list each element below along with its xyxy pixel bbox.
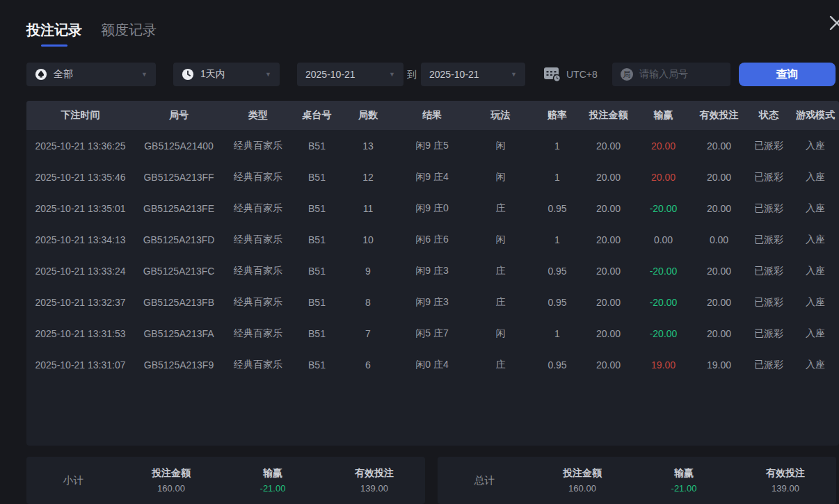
table-row: 2025-10-21 13:31:07GB5125A213F9经典百家乐B516… <box>26 349 839 380</box>
stat-label: 有效投注 <box>323 467 425 480</box>
cell-status: 已派彩 <box>746 202 792 215</box>
table-row: 2025-10-21 13:35:01GB5125A213FE经典百家乐B511… <box>26 193 839 224</box>
cell-round: 9 <box>341 266 395 277</box>
cell-play: 闲 <box>469 327 532 340</box>
cell-win_loss: 20.00 <box>634 172 692 183</box>
close-button[interactable] <box>828 14 839 32</box>
cell-time: 2025-10-21 13:31:07 <box>26 359 134 371</box>
tab-bet-records-label: 投注记录 <box>26 21 82 40</box>
cell-mode: 入座 <box>792 265 839 277</box>
cell-result: 闲9 庄5 <box>395 140 469 152</box>
cell-bet: 20.00 <box>582 297 634 308</box>
stat-value: 139.00 <box>323 483 425 494</box>
summary-stat: 有效投注139.00 <box>323 467 425 494</box>
cell-table_no: B51 <box>293 172 341 183</box>
cell-round_id: GB5125A213F9 <box>134 359 223 371</box>
calendar-clock-icon <box>543 65 561 84</box>
stat-label: 投注金额 <box>120 467 222 480</box>
cell-type: 经典百家乐 <box>223 265 293 277</box>
cell-result: 闲0 庄4 <box>395 359 469 371</box>
cell-valid: 20.00 <box>692 203 746 214</box>
cell-play: 闲 <box>469 234 532 246</box>
cell-table_no: B51 <box>293 328 341 339</box>
query-button[interactable]: 查询 <box>739 63 836 86</box>
game-type-select[interactable]: 全部 ▼ <box>26 63 156 86</box>
cell-play: 闲 <box>469 140 532 152</box>
time-range-value: 1天内 <box>200 68 225 81</box>
cell-round_id: GB5125A213FB <box>134 297 223 308</box>
cell-valid: 20.00 <box>692 328 746 339</box>
timezone-label: UTC+8 <box>566 69 598 80</box>
summary-stat: 输赢-21.00 <box>633 467 735 494</box>
cell-mode: 入座 <box>792 202 839 215</box>
cell-time: 2025-10-21 13:36:25 <box>26 140 134 152</box>
cell-status: 已派彩 <box>746 265 792 277</box>
cell-valid: 0.00 <box>692 234 746 245</box>
stat-value: 139.00 <box>735 483 836 494</box>
tab-bet-records[interactable]: 投注记录 <box>26 21 82 47</box>
cell-type: 经典百家乐 <box>223 140 293 152</box>
cell-result: 闲5 庄7 <box>395 327 469 340</box>
table-header-row: 下注时间局号类型桌台号局数结果玩法赔率投注金额输赢有效投注状态游戏模式 <box>26 101 839 130</box>
cell-status: 已派彩 <box>746 327 792 340</box>
filter-bar: 全部 ▼ 1天内 ▼ 2025-10-21 ▼ 到 2025-10-21 ▼ <box>0 63 839 86</box>
date-from-value: 2025-10-21 <box>305 69 355 80</box>
round-number-input[interactable]: 局 请输入局号 <box>612 63 730 86</box>
stat-label: 有效投注 <box>735 467 836 480</box>
column-header-win_loss: 输赢 <box>634 109 692 122</box>
cell-time: 2025-10-21 13:33:24 <box>26 266 134 277</box>
stat-value: -21.00 <box>222 483 323 494</box>
chevron-down-icon: ▼ <box>141 71 147 78</box>
cell-odds: 0.95 <box>532 266 582 277</box>
cell-bet: 20.00 <box>582 172 634 183</box>
column-header-odds: 赔率 <box>532 109 582 122</box>
summary-panel-subtotal: 小计投注金额160.00输赢-21.00有效投注139.00 <box>26 457 425 504</box>
summary-label-total: 总计 <box>438 474 532 487</box>
stat-label: 输赢 <box>222 467 323 480</box>
cell-round: 12 <box>341 172 395 183</box>
cell-type: 经典百家乐 <box>223 327 293 340</box>
cell-status: 已派彩 <box>746 140 792 152</box>
close-icon <box>828 14 839 32</box>
cell-result: 闲9 庄4 <box>395 171 469 184</box>
time-range-select[interactable]: 1天内 ▼ <box>173 63 280 86</box>
summary-stat: 输赢-21.00 <box>222 467 323 494</box>
cell-round: 13 <box>341 140 395 152</box>
date-to-value: 2025-10-21 <box>429 69 479 80</box>
column-header-round_id: 局号 <box>134 109 223 122</box>
cell-status: 已派彩 <box>746 296 792 309</box>
cell-round: 11 <box>341 203 395 214</box>
cell-win_loss: 20.00 <box>634 140 692 152</box>
cell-time: 2025-10-21 13:31:53 <box>26 328 134 339</box>
cell-round: 10 <box>341 234 395 245</box>
chevron-down-icon: ▼ <box>511 71 517 78</box>
cell-play: 庄 <box>469 359 532 371</box>
cell-odds: 0.95 <box>532 203 582 214</box>
active-tab-underline <box>41 44 67 47</box>
cell-table_no: B51 <box>293 359 341 371</box>
date-to-select[interactable]: 2025-10-21 ▼ <box>421 63 525 86</box>
cell-mode: 入座 <box>792 234 839 246</box>
cell-round_id: GB5125A21400 <box>134 140 223 152</box>
cell-odds: 1 <box>532 328 582 339</box>
column-header-round: 局数 <box>341 109 395 122</box>
column-header-status: 状态 <box>746 109 792 122</box>
cell-bet: 20.00 <box>582 266 634 277</box>
cell-result: 闲9 庄3 <box>395 265 469 277</box>
table-row: 2025-10-21 13:34:13GB5125A213FD经典百家乐B511… <box>26 224 839 255</box>
tab-quota-records[interactable]: 额度记录 <box>101 21 157 47</box>
summary-stat: 有效投注139.00 <box>735 467 836 494</box>
cell-table_no: B51 <box>293 234 341 245</box>
cell-play: 庄 <box>469 202 532 215</box>
cell-bet: 20.00 <box>582 203 634 214</box>
cell-odds: 1 <box>532 234 582 245</box>
summary-stat: 投注金额160.00 <box>120 467 222 494</box>
cell-bet: 20.00 <box>582 140 634 152</box>
cell-odds: 0.95 <box>532 297 582 308</box>
date-from-select[interactable]: 2025-10-21 ▼ <box>297 63 403 86</box>
column-header-type: 类型 <box>223 109 293 122</box>
cell-odds: 1 <box>532 172 582 183</box>
spade-icon <box>35 68 47 81</box>
cell-mode: 入座 <box>792 327 839 340</box>
cell-valid: 19.00 <box>692 359 746 371</box>
